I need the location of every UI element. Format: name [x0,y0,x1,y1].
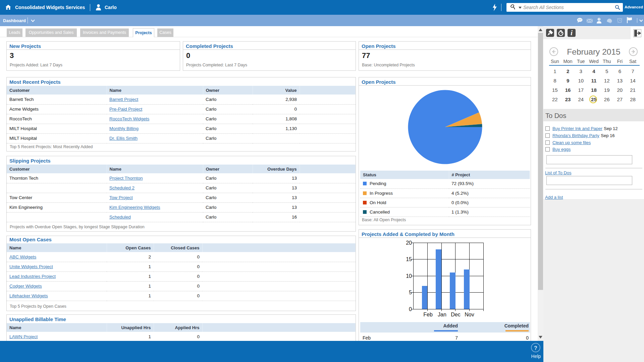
svg-text:20: 20 [406,240,412,246]
svg-text:0: 0 [409,306,412,312]
svg-text:?: ? [598,18,600,21]
svg-text:10: 10 [406,273,412,279]
svg-text:Nov: Nov [465,312,474,317]
svg-text:Feb: Feb [423,312,433,317]
svg-text:Jan: Jan [438,312,446,317]
svg-text:5: 5 [409,290,412,295]
svg-text:15: 15 [406,256,412,262]
svg-text:Dec: Dec [451,312,460,317]
